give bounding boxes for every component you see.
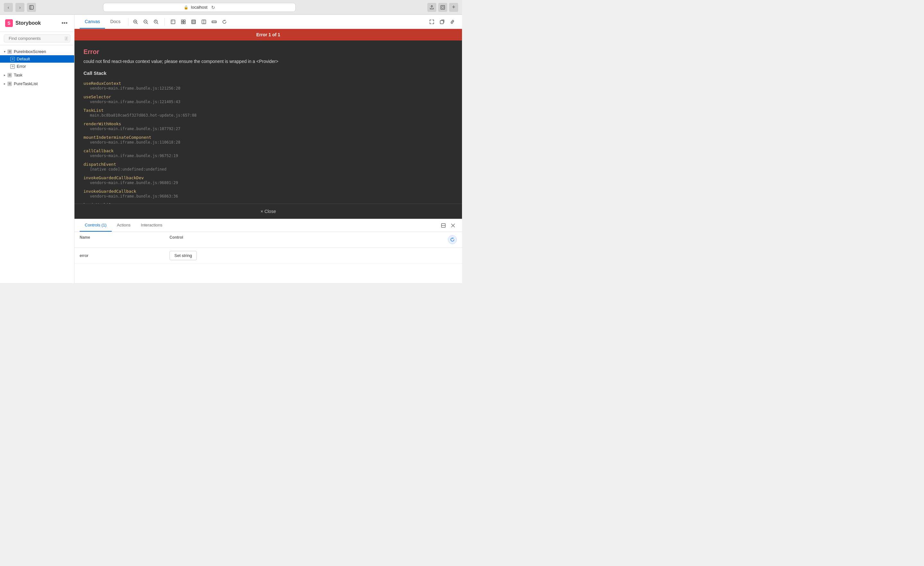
svg-line-12 [147,23,148,24]
zoom-reset-button[interactable] [152,17,160,26]
sidebar-header: S Storybook ••• [0,15,74,32]
layout-button[interactable] [200,17,208,26]
close-bar: × Close [75,204,462,219]
controls-header: Name Control [75,232,462,248]
nav-group-header-puretasklist[interactable]: ▸ ⊞ PureTaskList [0,80,74,87]
svg-rect-0 [30,6,33,9]
nav-group-label: PureTaskList [14,81,38,86]
nav-group-puretasklist: ▸ ⊞ PureTaskList [0,80,74,87]
stack-fn: callCallback [84,149,114,153]
stack-item: mountIndeterminateComponentvendors~main.… [84,134,453,144]
reload-button[interactable] [220,17,229,26]
stack-loc: vendors~main.iframe.bundle.js:121405:43 [84,99,453,104]
svg-rect-21 [192,22,195,23]
stack-item: invokeGuardedCallbackvendors~main.iframe… [84,188,453,198]
bottom-tab-right-actions [440,222,457,229]
search-input[interactable] [9,36,63,41]
tab-interactions[interactable]: Interactions [136,219,168,231]
story-icon: ⊞ [10,57,15,62]
fullscreen-button[interactable] [438,3,447,12]
sidebar-menu-button[interactable]: ••• [60,19,69,28]
sidebar-nav: ▾ ⊞ PureInboxScreen ⊞ Default ⊞ Error ▸ … [0,45,74,283]
tab-actions[interactable]: Actions [112,219,136,231]
bottom-panel: Controls (1) Actions Interactions [75,219,462,283]
sidebar: S Storybook ••• / ▾ ⊞ PureInboxSc [0,15,75,283]
browser-right-buttons: + [428,3,458,12]
svg-rect-16 [184,20,185,21]
controls-row: error Set string [75,248,462,264]
reset-controls-button[interactable] [448,235,457,244]
toolbar-icons [131,17,229,26]
svg-rect-14 [171,20,175,24]
link-button[interactable] [448,17,457,26]
story-icon: ⊞ [10,64,15,69]
svg-rect-2 [441,6,445,9]
nav-group-task: ▸ ⊞ Task [0,71,74,79]
nav-item-error[interactable]: ⊞ Error [0,63,74,70]
tab-canvas[interactable]: Canvas [80,15,105,29]
controls-header-control: Control [170,235,448,244]
sidebar-toggle-button[interactable] [27,3,36,12]
svg-rect-17 [182,22,183,24]
close-button[interactable]: × Close [261,209,276,214]
close-panel-button[interactable] [449,222,457,229]
error-banner: Error 1 of 1 [75,29,462,41]
svg-rect-20 [192,21,195,21]
svg-rect-3 [442,6,444,8]
zoom-out-button[interactable] [141,17,150,26]
address-bar[interactable]: 🔒 localhost ↻ [103,3,296,12]
stack-item: callCallbackvendors~main.iframe.bundle.j… [84,148,453,158]
reload-button[interactable]: ↻ [211,5,215,10]
controls-header-name: Name [80,235,170,244]
toolbar-right [428,17,457,26]
chevron-right-icon: ▸ [4,82,6,86]
stack-fn: invokeGuardedCallback [84,189,136,194]
stack-fn: invokeGuardedCallbackDev [84,176,144,180]
background-button[interactable] [168,17,177,26]
sidebar-search: / [0,32,74,45]
measure-button[interactable] [210,17,219,26]
svg-rect-28 [440,21,443,24]
call-stack: useReduxContextvendors~main.iframe.bundl… [84,80,453,204]
stack-item: dispatchEvent[native code]:undefined:und… [84,161,453,171]
stack-fn: renderWithHooks [84,122,121,126]
forward-button[interactable]: › [15,3,24,12]
nav-group-header-task[interactable]: ▸ ⊞ Task [0,71,74,79]
tab-controls[interactable]: Controls (1) [80,219,112,231]
bottom-tabs: Controls (1) Actions Interactions [75,219,462,232]
add-tab-button[interactable]: + [449,3,458,12]
component-icon: ⊞ [8,82,12,86]
error-content: Error could not find react-redux context… [75,41,462,204]
svg-line-9 [136,23,137,24]
chevron-down-icon: ▾ [4,50,6,53]
stack-loc: vendors~main.iframe.bundle.js:110618:28 [84,140,453,144]
nav-group-label: PureInboxScreen [14,49,46,54]
search-wrapper: / [4,35,70,42]
open-new-tab-button[interactable] [438,17,447,26]
fullscreen-canvas-button[interactable] [428,17,436,26]
nav-group-label: Task [14,73,22,77]
stack-fn: useSelector [84,95,111,99]
grid-button[interactable] [179,17,188,26]
stack-loc: vendors~main.iframe.bundle.js:96752:19 [84,153,453,158]
nav-group-header-pureinboxscreen[interactable]: ▾ ⊞ PureInboxScreen [0,48,74,55]
stack-fn: mountIndeterminateComponent [84,135,151,140]
nav-item-default[interactable]: ⊞ Default [0,55,74,63]
set-string-button[interactable]: Set string [170,251,197,260]
outline-button[interactable] [189,17,198,26]
expand-panel-button[interactable] [440,222,447,229]
stack-item: useSelectorvendors~main.iframe.bundle.js… [84,94,453,104]
browser-chrome: ‹ › 🔒 localhost ↻ + [0,0,462,15]
error-title: Error [84,48,453,56]
share-button[interactable] [428,3,436,12]
back-button[interactable]: ‹ [4,3,13,12]
toolbar-tabs: Canvas Docs [80,15,126,29]
security-icon: 🔒 [184,5,189,10]
stack-fn: dispatchEvent [84,162,116,167]
nav-item-label: Default [17,57,30,62]
search-shortcut: / [64,36,68,41]
stack-item: invokeGuardedCallbackDevvendors~main.ifr… [84,175,453,185]
zoom-in-button[interactable] [131,17,140,26]
stack-fn: TaskList [84,108,104,113]
tab-docs[interactable]: Docs [105,15,126,29]
